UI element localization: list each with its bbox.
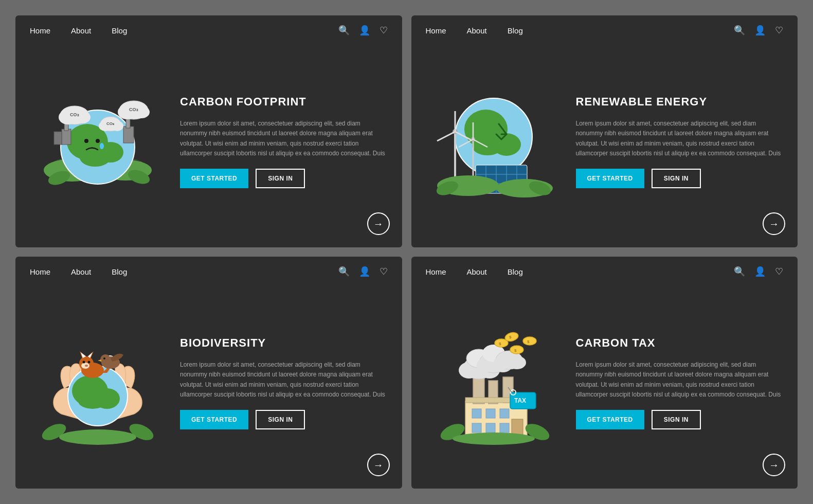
- nav-home-4[interactable]: Home: [426, 267, 446, 276]
- svg-point-102: [523, 337, 536, 345]
- card-buttons-1: GET STARTED SIGN IN: [180, 169, 388, 188]
- illustration-renewable: [422, 75, 566, 209]
- search-icon-1[interactable]: 🔍: [338, 25, 350, 36]
- user-icon-1[interactable]: 👤: [359, 25, 370, 36]
- svg-text:$: $: [514, 348, 517, 353]
- user-icon-4[interactable]: 👤: [754, 266, 766, 277]
- card-text-4: Lorem ipsum dolor sit amet, consectetuer…: [576, 360, 784, 400]
- heart-icon-3[interactable]: ♡: [380, 266, 388, 277]
- svg-point-6: [80, 148, 111, 167]
- svg-text:$: $: [509, 335, 512, 339]
- nav-links-2: Home About Blog: [426, 26, 734, 35]
- get-started-btn-2[interactable]: GET STARTED: [576, 169, 644, 188]
- arrow-btn-4[interactable]: →: [763, 454, 785, 476]
- nav-icons-2: 🔍 👤 ♡: [734, 25, 783, 36]
- nav-about-2[interactable]: About: [467, 26, 487, 35]
- nav-blog-1[interactable]: Blog: [112, 26, 127, 35]
- svg-rect-80: [486, 423, 495, 433]
- arrow-btn-3[interactable]: →: [367, 454, 390, 476]
- svg-point-65: [83, 361, 85, 363]
- card-title-1: CARBON FOOTPRINT: [180, 95, 388, 109]
- get-started-btn-4[interactable]: GET STARTED: [576, 410, 644, 429]
- card-title-3: BIODIVERSITY: [180, 336, 388, 350]
- content-3: BIODIVERSITY Lorem ipsum dolor sit amet,…: [180, 336, 388, 429]
- card-buttons-3: GET STARTED SIGN IN: [180, 410, 388, 429]
- nav-about-4[interactable]: About: [467, 267, 487, 276]
- svg-text:$: $: [527, 339, 530, 344]
- arrow-btn-1[interactable]: →: [367, 212, 390, 235]
- svg-text:CO₂: CO₂: [70, 112, 79, 117]
- sign-in-btn-1[interactable]: SIGN IN: [256, 169, 305, 188]
- get-started-btn-1[interactable]: GET STARTED: [180, 169, 248, 188]
- card-buttons-4: GET STARTED SIGN IN: [576, 410, 784, 429]
- nav-about-3[interactable]: About: [71, 267, 91, 276]
- heart-icon-4[interactable]: ♡: [775, 266, 783, 277]
- nav-links-4: Home About Blog: [426, 267, 734, 276]
- sign-in-btn-4[interactable]: SIGN IN: [652, 410, 701, 429]
- nav-home-3[interactable]: Home: [30, 267, 50, 276]
- svg-rect-81: [500, 423, 509, 433]
- nav-icons-1: 🔍 👤 ♡: [338, 25, 388, 36]
- navbar-4: Home About Blog 🔍 👤 ♡: [411, 257, 798, 286]
- search-icon-3[interactable]: 🔍: [338, 266, 350, 277]
- svg-text:CO₂: CO₂: [106, 121, 115, 126]
- svg-rect-78: [500, 409, 509, 418]
- svg-line-36: [437, 132, 455, 141]
- content-1: CARBON FOOTPRINT Lorem ipsum dolor sit a…: [180, 95, 388, 188]
- card-carbon-footprint: Home About Blog 🔍 👤 ♡: [15, 15, 402, 247]
- nav-home-1[interactable]: Home: [30, 26, 50, 35]
- card-renewable-energy: Home About Blog 🔍 👤 ♡: [411, 15, 798, 247]
- svg-point-74: [59, 429, 136, 445]
- card-carbon-tax: Home About Blog 🔍 👤 ♡: [411, 257, 798, 489]
- card-body-1: CO₂ CO₂ CO₂ CARBON FOOTPRINT Lorem ipsum…: [15, 45, 402, 247]
- arrow-btn-2[interactable]: →: [763, 212, 785, 235]
- svg-point-7: [84, 139, 88, 143]
- card-body-3: BIODIVERSITY Lorem ipsum dolor sit amet,…: [15, 286, 402, 489]
- svg-rect-12: [54, 132, 62, 145]
- svg-text:$: $: [499, 341, 501, 346]
- nav-home-2[interactable]: Home: [426, 26, 446, 35]
- svg-rect-13: [123, 127, 134, 143]
- card-biodiversity: Home About Blog 🔍 👤 ♡: [15, 257, 402, 489]
- card-title-4: CARBON TAX: [576, 336, 784, 350]
- search-icon-4[interactable]: 🔍: [734, 266, 745, 277]
- svg-point-9: [100, 143, 104, 149]
- user-icon-3[interactable]: 👤: [359, 266, 370, 277]
- user-icon-2[interactable]: 👤: [754, 25, 766, 36]
- nav-links-3: Home About Blog: [30, 267, 338, 276]
- search-icon-2[interactable]: 🔍: [734, 25, 745, 36]
- get-started-btn-3[interactable]: GET STARTED: [180, 410, 248, 429]
- nav-blog-2[interactable]: Blog: [508, 26, 523, 35]
- nav-icons-4: 🔍 👤 ♡: [734, 266, 783, 277]
- card-body-4: $ $ $ $ TAX CARBON TAX Lorem ip: [411, 286, 798, 489]
- svg-point-70: [100, 354, 111, 365]
- svg-rect-14: [126, 119, 130, 128]
- svg-rect-10: [62, 129, 71, 145]
- nav-blog-3[interactable]: Blog: [112, 267, 127, 276]
- svg-point-100: [510, 346, 523, 354]
- svg-point-8: [96, 139, 100, 143]
- navbar-2: Home About Blog 🔍 👤 ♡: [411, 15, 798, 45]
- card-text-2: Lorem ipsum dolor sit amet, consectetuer…: [576, 119, 784, 158]
- heart-icon-2[interactable]: ♡: [775, 25, 783, 36]
- heart-icon-1[interactable]: ♡: [380, 25, 388, 36]
- svg-rect-79: [472, 423, 481, 433]
- nav-blog-4[interactable]: Blog: [508, 267, 523, 276]
- nav-links-1: Home About Blog: [30, 26, 338, 35]
- content-2: RENEWABLE ENERGY Lorem ipsum dolor sit a…: [576, 95, 784, 188]
- svg-point-32: [472, 137, 503, 155]
- sign-in-btn-2[interactable]: SIGN IN: [652, 169, 701, 188]
- svg-text:TAX: TAX: [514, 397, 526, 404]
- card-buttons-2: GET STARTED SIGN IN: [576, 169, 784, 188]
- svg-text:CO₂: CO₂: [129, 107, 138, 112]
- svg-point-66: [88, 361, 91, 363]
- card-title-2: RENEWABLE ENERGY: [576, 95, 784, 109]
- svg-point-112: [453, 433, 535, 445]
- illustration-carbon: CO₂ CO₂ CO₂: [26, 75, 170, 209]
- nav-about-1[interactable]: About: [71, 26, 91, 35]
- svg-rect-77: [486, 409, 495, 418]
- card-text-3: Lorem ipsum dolor sit amet, consectetuer…: [180, 360, 388, 400]
- svg-rect-76: [472, 409, 481, 418]
- sign-in-btn-3[interactable]: SIGN IN: [256, 410, 305, 429]
- svg-point-57: [78, 393, 107, 409]
